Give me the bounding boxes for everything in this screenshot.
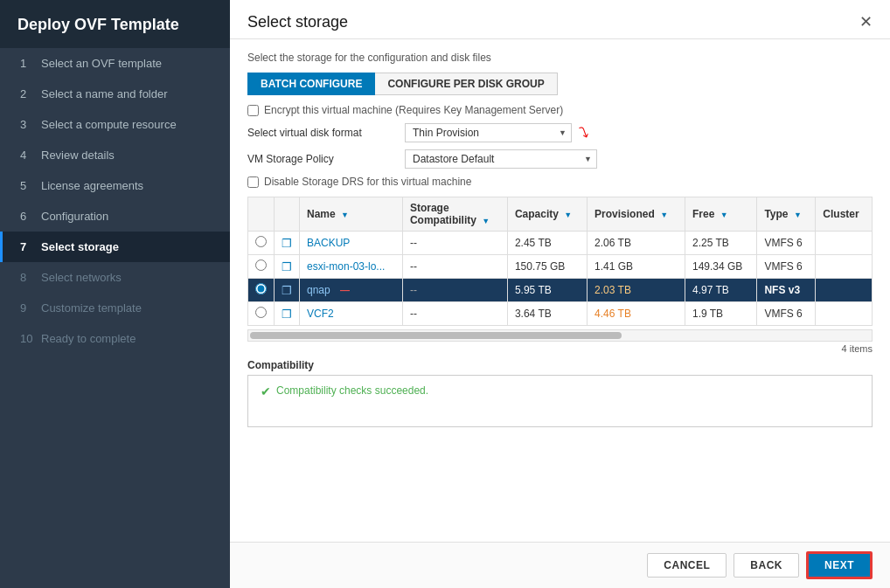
- col-header-name[interactable]: Name ▼: [300, 197, 403, 232]
- row-type-4: VMFS 6: [757, 302, 816, 326]
- encrypt-checkbox[interactable]: [247, 105, 259, 116]
- encrypt-row: Encrypt this virtual machine (Requires K…: [247, 104, 873, 116]
- sidebar-item-2[interactable]: 2 Select a name and folder: [0, 79, 230, 109]
- vm-policy-label: VM Storage Policy: [247, 153, 405, 165]
- row-type-2: VMFS 6: [757, 255, 816, 279]
- col-header-type[interactable]: Type ▼: [757, 197, 816, 232]
- row-provisioned-4: 4.46 TB: [588, 302, 685, 326]
- compat-box: ✔ Compatibility checks succeeded.: [247, 375, 873, 427]
- compat-label: Compatibility: [247, 359, 873, 371]
- disk-format-row: Select virtual disk format Thin Provisio…: [247, 123, 873, 142]
- main-content: Select storage ✕ Select the storage for …: [230, 0, 890, 588]
- row-radio-3[interactable]: [248, 279, 275, 302]
- sidebar-item-7[interactable]: 7 Select storage: [0, 232, 230, 262]
- vm-policy-dropdown-wrap: Datastore Default: [405, 149, 597, 169]
- row-type-1: VMFS 6: [757, 232, 816, 255]
- table-row[interactable]: ❐ VCF2 -- 3.64 TB 4.46 TB 1.9 TB VMFS 6: [248, 302, 873, 326]
- main-header: Select storage ✕: [230, 0, 890, 39]
- sidebar-item-8: 8 Select networks: [0, 262, 230, 293]
- items-count: 4 items: [247, 343, 873, 354]
- sidebar-item-3[interactable]: 3 Select a compute resource: [0, 109, 230, 140]
- row-free-1: 2.25 TB: [685, 232, 756, 255]
- row-icon-2: ❐: [275, 255, 300, 279]
- table-scrollbar[interactable]: [247, 329, 873, 342]
- encrypt-label: Encrypt this virtual machine (Requires K…: [264, 104, 563, 116]
- row-icon-3: ❐: [275, 279, 300, 302]
- tab-bar: BATCH CONFIGURE CONFIGURE PER DISK GROUP: [247, 73, 873, 95]
- compat-check-icon: ✔: [261, 384, 271, 398]
- row-cluster-1: [816, 232, 873, 255]
- sidebar-item-4[interactable]: 4 Review details: [0, 140, 230, 170]
- row-provisioned-1: 2.06 TB: [588, 232, 685, 255]
- row-provisioned-3: 2.03 TB: [588, 279, 685, 302]
- close-button[interactable]: ✕: [859, 12, 873, 31]
- vm-policy-row: VM Storage Policy Datastore Default: [247, 149, 873, 169]
- row-radio-1[interactable]: [248, 232, 275, 255]
- row-cluster-4: [816, 302, 873, 326]
- disable-drs-label: Disable Storage DRS for this virtual mac…: [264, 176, 471, 188]
- next-button[interactable]: NEXT: [806, 551, 873, 579]
- row-cluster-2: [816, 255, 873, 279]
- col-header-capacity[interactable]: Capacity ▼: [507, 197, 587, 232]
- col-header-free[interactable]: Free ▼: [685, 197, 756, 232]
- row-compat-4: --: [402, 302, 507, 326]
- tab-per-disk-group[interactable]: CONFIGURE PER DISK GROUP: [375, 73, 557, 95]
- col-header-cluster[interactable]: Cluster: [816, 197, 873, 232]
- col-header-compat[interactable]: StorageCompatibility ▼: [402, 197, 507, 232]
- row-provisioned-2: 1.41 GB: [588, 255, 685, 279]
- row-capacity-2: 150.75 GB: [507, 255, 587, 279]
- table-row-selected[interactable]: ❐ qnap — -- 5.95 TB 2.03 TB 4.97 TB NFS …: [248, 279, 873, 302]
- table-row[interactable]: ❐ esxi-mon-03-lo... -- 150.75 GB 1.41 GB…: [248, 255, 873, 279]
- footer: CANCEL BACK NEXT: [230, 542, 890, 588]
- row-free-3: 4.97 TB: [685, 279, 756, 302]
- row-capacity-3: 5.95 TB: [507, 279, 587, 302]
- sidebar-item-5[interactable]: 5 License agreements: [0, 170, 230, 201]
- disk-format-label: Select virtual disk format: [247, 127, 405, 139]
- row-name-1[interactable]: BACKUP: [300, 232, 403, 255]
- storage-table: Name ▼ StorageCompatibility ▼ Capacity ▼…: [247, 197, 873, 326]
- disk-format-select[interactable]: Thin Provision Thick Provision Lazy Zero…: [405, 123, 572, 142]
- row-name-3[interactable]: qnap —: [300, 279, 403, 302]
- app-title: Deploy OVF Template: [0, 0, 230, 48]
- row-free-2: 149.34 GB: [685, 255, 756, 279]
- disable-drs-row: Disable Storage DRS for this virtual mac…: [247, 176, 873, 188]
- row-compat-1: --: [402, 232, 507, 255]
- row-capacity-1: 2.45 TB: [507, 232, 587, 255]
- row-type-3: NFS v3: [757, 279, 816, 302]
- row-radio-4[interactable]: [248, 302, 275, 326]
- col-header-radio: [248, 197, 275, 232]
- page-title: Select storage: [247, 13, 348, 31]
- main-body: Select the storage for the configuration…: [230, 39, 890, 542]
- tab-batch-configure[interactable]: BATCH CONFIGURE: [247, 73, 375, 95]
- row-compat-3: --: [402, 279, 507, 302]
- compatibility-section: Compatibility ✔ Compatibility checks suc…: [247, 359, 873, 427]
- sidebar: Deploy OVF Template 1 Select an OVF temp…: [0, 0, 230, 588]
- back-button[interactable]: BACK: [734, 553, 799, 578]
- disable-drs-checkbox[interactable]: [247, 176, 259, 188]
- row-capacity-4: 3.64 TB: [507, 302, 587, 326]
- sidebar-item-9: 9 Customize template: [0, 293, 230, 323]
- col-header-provisioned[interactable]: Provisioned ▼: [588, 197, 685, 232]
- sidebar-item-10: 10 Ready to complete: [0, 323, 230, 354]
- compat-message: Compatibility checks succeeded.: [276, 384, 428, 397]
- red-arrow-annotation: ⤵: [578, 123, 592, 143]
- row-icon-1: ❐: [275, 232, 300, 255]
- row-radio-2[interactable]: [248, 255, 275, 279]
- row-free-4: 1.9 TB: [685, 302, 756, 326]
- page-subtitle: Select the storage for the configuration…: [247, 52, 873, 64]
- col-header-icon: [275, 197, 300, 232]
- row-compat-2: --: [402, 255, 507, 279]
- sidebar-item-1[interactable]: 1 Select an OVF template: [0, 48, 230, 79]
- row-cluster-3: [816, 279, 873, 302]
- scroll-thumb[interactable]: [250, 332, 622, 339]
- storage-table-container: Name ▼ StorageCompatibility ▼ Capacity ▼…: [247, 197, 873, 329]
- table-row[interactable]: ❐ BACKUP -- 2.45 TB 2.06 TB 2.25 TB VMFS…: [248, 232, 873, 255]
- row-name-4[interactable]: VCF2: [300, 302, 403, 326]
- sidebar-item-6[interactable]: 6 Configuration: [0, 201, 230, 232]
- vm-policy-select[interactable]: Datastore Default: [405, 149, 597, 169]
- row-icon-4: ❐: [275, 302, 300, 326]
- cancel-button[interactable]: CANCEL: [647, 553, 727, 578]
- row-name-2[interactable]: esxi-mon-03-lo...: [300, 255, 403, 279]
- disk-format-dropdown-wrap: Thin Provision Thick Provision Lazy Zero…: [405, 123, 572, 142]
